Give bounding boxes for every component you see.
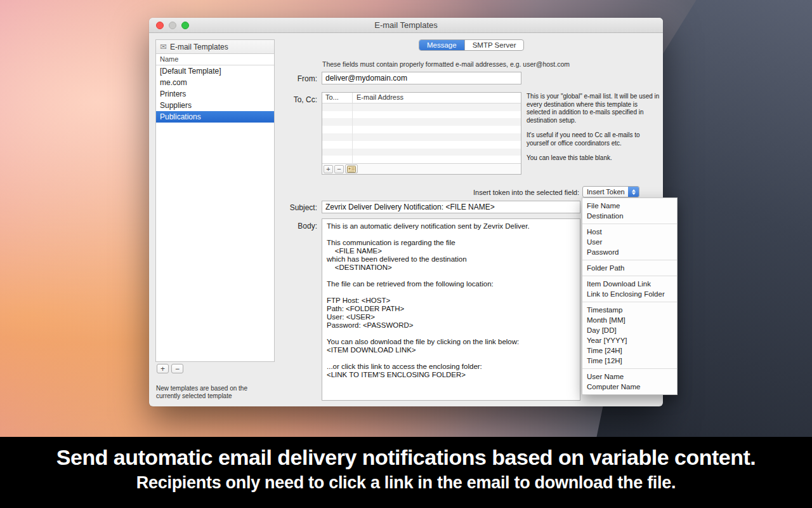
name-column-header[interactable]: Name xyxy=(156,54,274,65)
menu-item-computer-name[interactable]: Computer Name xyxy=(582,382,677,392)
tocc-row[interactable] xyxy=(322,111,521,119)
global-list-note-2: It's useful if you need to Cc all e-mail… xyxy=(527,131,661,147)
body-field[interactable]: This is an automatic delivery notificati… xyxy=(322,218,580,401)
menu-item-time-24h[interactable]: Time [24H] xyxy=(582,345,677,356)
tocc-row[interactable] xyxy=(322,156,521,163)
menu-item-user-name[interactable]: User Name xyxy=(582,371,677,382)
template-list-title: E-mail Templates xyxy=(170,43,228,51)
dropdown-arrows-icon xyxy=(628,187,639,197)
template-list-panel: ✉ E-mail Templates Name [Default Templat… xyxy=(155,39,275,362)
tocc-table-toolbar: + − xyxy=(322,163,521,174)
menu-item-month[interactable]: Month [MM] xyxy=(582,315,677,325)
from-label: From: xyxy=(251,74,317,83)
menu-item-timestamp[interactable]: Timestamp xyxy=(582,305,677,315)
tocc-add-button[interactable]: + xyxy=(324,165,333,173)
menu-item-link-to-enclosing-folder[interactable]: Link to Enclosing Folder xyxy=(582,289,677,299)
window-title: E-mail Templates xyxy=(149,18,663,33)
tocc-label: To, Cc: xyxy=(251,95,317,104)
global-list-note-3: You can leave this table blank. xyxy=(527,154,661,163)
remove-template-button[interactable]: − xyxy=(171,364,183,373)
tocc-row[interactable] xyxy=(322,149,521,156)
tocc-row[interactable] xyxy=(322,126,521,133)
menu-item-file-name[interactable]: File Name xyxy=(582,201,677,211)
tocc-row[interactable] xyxy=(322,141,521,149)
from-field[interactable] xyxy=(322,72,521,84)
tocc-remove-button[interactable]: − xyxy=(334,165,344,173)
marketing-banner: Send automatic email delivery notificati… xyxy=(0,437,812,508)
contact-card-icon xyxy=(347,166,356,173)
template-footnote: New templates are based on the currently… xyxy=(156,385,247,400)
desktop: E-mail Templates ✉ E-mail Templates Name… xyxy=(0,0,812,508)
envelope-icon: ✉ xyxy=(160,42,167,51)
menu-item-time-12h[interactable]: Time [12H] xyxy=(582,356,677,366)
menu-item-year[interactable]: Year [YYYY] xyxy=(582,335,677,345)
global-list-note: This is your "global" e-mail list. It wi… xyxy=(527,93,661,170)
menu-item-day[interactable]: Day [DD] xyxy=(582,325,677,335)
tab-message[interactable]: Message xyxy=(419,40,464,50)
menu-item-user[interactable]: User xyxy=(582,237,677,247)
traffic-lights xyxy=(156,22,189,29)
banner-subheadline: Recipients only need to click a link in … xyxy=(136,473,676,493)
template-list-header: ✉ E-mail Templates xyxy=(156,40,274,54)
zoom-button[interactable] xyxy=(181,22,189,29)
minimize-button[interactable] xyxy=(169,22,176,29)
insert-token-dropdown-value: Insert Token xyxy=(583,187,628,197)
body-label: Body: xyxy=(251,222,317,231)
menu-item-host[interactable]: Host xyxy=(582,227,677,237)
subject-field[interactable] xyxy=(322,201,580,213)
tab-smtp-server[interactable]: SMTP Server xyxy=(464,40,524,50)
menu-item-destination[interactable]: Destination xyxy=(582,211,677,221)
add-template-button[interactable]: + xyxy=(157,364,169,373)
tocc-col-to[interactable]: To... xyxy=(322,93,353,103)
tocc-row[interactable] xyxy=(322,104,521,111)
close-button[interactable] xyxy=(156,22,164,29)
insert-token-menu: File Name Destination Host User Password… xyxy=(582,197,678,395)
contacts-button[interactable] xyxy=(345,164,358,173)
tab-bar: Message SMTP Server xyxy=(419,39,524,51)
menu-item-item-download-link[interactable]: Item Download Link xyxy=(582,279,677,289)
tocc-col-email[interactable]: E-mail Address xyxy=(353,93,521,103)
tocc-row[interactable] xyxy=(322,118,521,126)
subject-label: Subject: xyxy=(251,203,317,212)
window-titlebar[interactable]: E-mail Templates xyxy=(149,18,663,33)
tocc-table[interactable]: To... E-mail Address + − xyxy=(322,92,521,175)
tocc-row[interactable] xyxy=(322,133,521,141)
menu-item-password[interactable]: Password xyxy=(582,247,677,257)
template-list: [Default Template] me.com Printers Suppl… xyxy=(156,65,274,361)
insert-token-dropdown[interactable]: Insert Token xyxy=(582,186,639,197)
address-format-note: These fields must contain properly forma… xyxy=(322,60,570,68)
template-list-buttons: + − xyxy=(157,364,183,373)
template-item-publications[interactable]: Publications xyxy=(156,111,274,123)
insert-token-label: Insert token into the selected field: xyxy=(416,189,579,196)
banner-headline: Send automatic email delivery notificati… xyxy=(56,445,756,470)
global-list-note-1: This is your "global" e-mail list. It wi… xyxy=(527,93,661,124)
tocc-table-header: To... E-mail Address xyxy=(322,93,521,104)
menu-item-folder-path[interactable]: Folder Path xyxy=(582,263,677,273)
